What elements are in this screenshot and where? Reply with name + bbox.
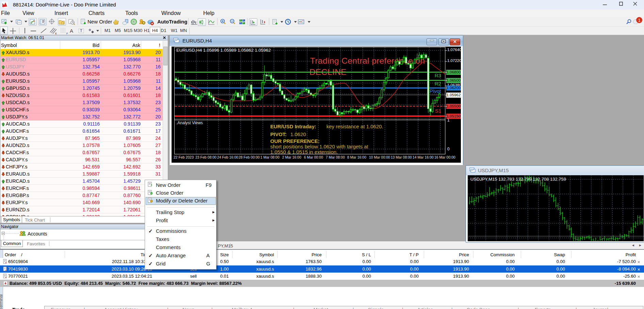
svg-text:F: F bbox=[66, 32, 68, 35]
svg-text:S1: S1 bbox=[435, 108, 441, 114]
svg-text:R3: R3 bbox=[435, 72, 441, 78]
svg-text:.Analyst Views: .Analyst Views bbox=[176, 120, 203, 125]
svg-text:E: E bbox=[55, 32, 57, 35]
svg-text:Pivot: Pivot bbox=[430, 88, 441, 94]
svg-text:1.0620: 1.0620 bbox=[290, 131, 306, 137]
svg-text:short positions below 1.0620 w: short positions below 1.0620 with target… bbox=[270, 144, 368, 149]
svg-text:1: 1 bbox=[447, 118, 450, 123]
svg-text:key resistance at 1.0620.: key resistance at 1.0620. bbox=[326, 124, 383, 129]
svg-text:R2: R2 bbox=[435, 81, 441, 86]
svg-text:USDJPY,M15 132.783 132.799 13: USDJPY,M15 132.783 132.799 132.708 132.7… bbox=[470, 177, 566, 182]
svg-text:1.0550 & 1.0515 in extension.: 1.0550 & 1.0515 in extension. bbox=[270, 149, 338, 155]
svg-text:OUR PREFERENCE:: OUR PREFERENCE: bbox=[270, 138, 320, 144]
svg-text:T: T bbox=[80, 29, 82, 33]
svg-text:1: 1 bbox=[638, 18, 640, 23]
svg-text:PIVOT:: PIVOT: bbox=[270, 131, 287, 137]
svg-text:0: 0 bbox=[447, 147, 450, 151]
svg-text:EURUSD,H4 1.05896 1.05989 1.0: EURUSD,H4 1.05896 1.05989 1.05862 1.0596… bbox=[176, 48, 271, 53]
svg-text:EUR/USD Intraday:: EUR/USD Intraday: bbox=[270, 124, 316, 129]
